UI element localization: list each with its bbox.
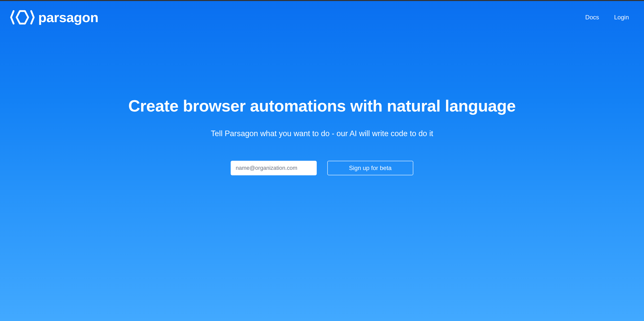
logo[interactable]: parsagon — [10, 9, 98, 26]
signup-button[interactable]: Sign up for beta — [327, 161, 413, 175]
email-input[interactable] — [231, 161, 317, 175]
hero-title: Create browser automations with natural … — [128, 96, 516, 115]
parsagon-logo-icon — [10, 9, 35, 26]
docs-link[interactable]: Docs — [585, 14, 599, 21]
hero-subtitle: Tell Parsagon what you want to do - our … — [211, 129, 433, 138]
login-link[interactable]: Login — [614, 14, 629, 21]
nav-links: Docs Login — [585, 14, 629, 21]
hero-section: Create browser automations with natural … — [0, 34, 644, 175]
signup-form: Sign up for beta — [231, 161, 413, 175]
logo-text: parsagon — [38, 10, 98, 25]
header: parsagon Docs Login — [0, 1, 644, 34]
